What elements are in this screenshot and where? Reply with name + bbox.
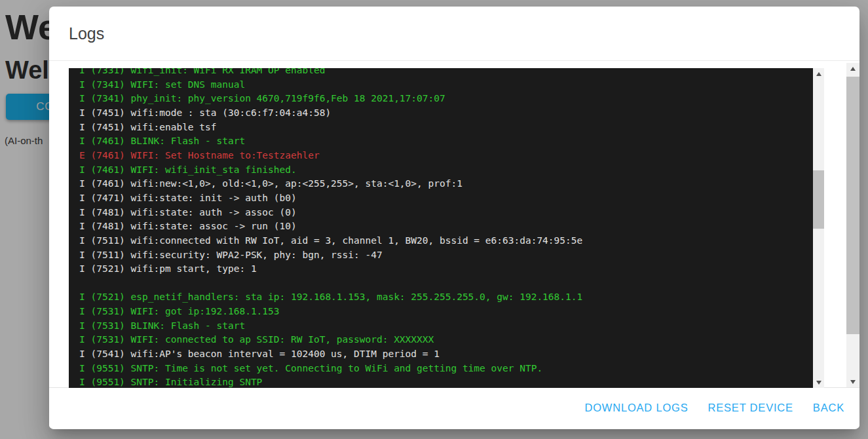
scroll-up-icon[interactable]	[813, 68, 824, 79]
log-line: I (7341) WIFI: set DNS manual	[79, 78, 813, 92]
log-line: I (7331) wifi_init: WiFi RX IRAM OP enab…	[79, 68, 813, 78]
dialog-title: Logs	[69, 24, 104, 43]
dialog-scrollbar[interactable]	[846, 63, 859, 387]
dialog-scrollbar-thumb[interactable]	[846, 77, 859, 334]
log-line: I (7531) WIFI: connected to ap SSID: RW …	[79, 333, 813, 347]
footer-action-button[interactable]: RESET DEVICE	[708, 402, 793, 414]
log-line: I (7481) wifi:state: assoc -> run (10)	[79, 220, 813, 234]
log-line: I (7481) wifi:state: auth -> assoc (0)	[79, 206, 813, 220]
footer-action-button[interactable]: DOWNLOAD LOGS	[585, 402, 689, 414]
log-line: E (7461) WIFI: Set Hostname to:Testzaehl…	[79, 149, 813, 163]
log-line: I (7521) wifi:pm start, type: 1	[79, 262, 813, 277]
log-line: I (7461) BLINK: Flash - start	[79, 134, 813, 149]
dialog-header: Logs	[49, 7, 859, 61]
log-terminal: I (7331) wifi_init: WiFi RX IRAM OP enab…	[69, 68, 824, 388]
log-lines: I (7331) wifi_init: WiFi RX IRAM OP enab…	[79, 68, 813, 388]
log-line: I (7451) wifi:enable tsf	[79, 121, 813, 135]
log-line: I (7511) wifi:connected with RW IoT, aid…	[79, 234, 813, 248]
log-line: I (7521) esp_netif_handlers: sta ip: 192…	[79, 290, 813, 305]
log-scrollbar-thumb[interactable]	[813, 170, 824, 229]
scroll-up-icon[interactable]	[846, 63, 859, 74]
log-line: I (7341) phy_init: phy_version 4670,719f…	[79, 92, 813, 106]
dialog-footer: DOWNLOAD LOGSRESET DEVICEBACK	[49, 388, 859, 428]
dialog-body: I (7331) wifi_init: WiFi RX IRAM OP enab…	[49, 61, 859, 388]
log-line: I (7461) wifi:new:<1,0>, old:<1,0>, ap:<…	[79, 177, 813, 191]
logs-dialog: Logs I (7331) wifi_init: WiFi RX IRAM OP…	[49, 7, 859, 429]
log-scrollbar[interactable]	[813, 68, 824, 388]
log-line: I (7511) wifi:security: WPA2-PSK, phy: b…	[79, 248, 813, 263]
scroll-down-icon[interactable]	[813, 377, 824, 388]
log-line: I (7531) BLINK: Flash - start	[79, 319, 813, 334]
log-line: I (7541) wifi:AP's beacon interval = 102…	[79, 347, 813, 362]
log-line	[79, 277, 813, 291]
log-line: I (7471) wifi:state: init -> auth (b0)	[79, 191, 813, 206]
log-line: I (7451) wifi:mode : sta (30:c6:f7:04:a4…	[79, 106, 813, 121]
log-output: I (7331) wifi_init: WiFi RX IRAM OP enab…	[69, 68, 813, 388]
log-line: I (9551) SNTP: Time is not set yet. Conn…	[79, 362, 813, 376]
log-line: I (7461) WIFI: wifi_init_sta finished.	[79, 163, 813, 178]
scroll-down-icon[interactable]	[846, 376, 859, 387]
log-line: I (7531) WIFI: got ip:192.168.1.153	[79, 305, 813, 319]
footer-action-button[interactable]: BACK	[813, 402, 844, 414]
log-line: I (9551) SNTP: Initializing SNTP	[79, 375, 813, 388]
